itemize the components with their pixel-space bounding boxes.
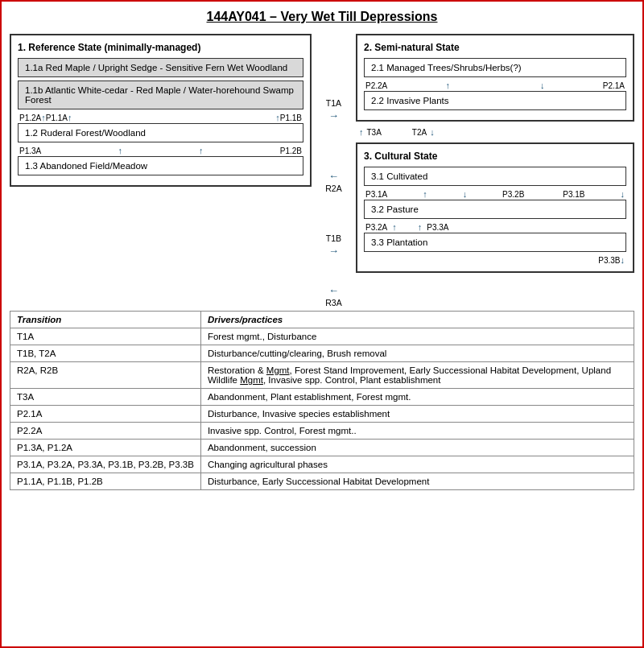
transition-cell: T1B, T2A — [10, 345, 201, 362]
transitions-table: Transition Drivers/practices T1AForest m… — [10, 311, 634, 490]
p11b-label: P1.1B — [280, 114, 302, 122]
box-1-1a: 1.1a Red Maple / Upright Sedge - Sensiti… — [18, 58, 303, 77]
transition-cell: P2.2A — [10, 423, 201, 440]
p21a-label: P2.1A — [603, 81, 625, 90]
arrows-p1: P1.2A ↑ P1.1A ↑ ↑ P1.1B — [18, 113, 303, 122]
p12a-label: P1.2A — [19, 114, 41, 122]
box-3-3: 3.3 Plantation — [364, 233, 626, 252]
semi-natural-title: 2. Semi-natural State — [364, 42, 626, 53]
t1a-label: T1A — [326, 98, 341, 108]
arrows-p13: P1.3A ↑ ↑ P1.2B — [18, 146, 303, 155]
table-row: T3AAbandonment, Plant establishment, For… — [10, 389, 634, 406]
mid-transition-col: T1A → ← R2A T1B → ← R3A — [312, 34, 356, 307]
r3a-label: R3A — [325, 298, 341, 307]
table-row: R2A, R2BRestoration & Mgmt, Forest Stand… — [10, 362, 634, 389]
table-row: P1.1A, P1.1B, P1.2BDisturbance, Early Su… — [10, 473, 634, 490]
transition-cell: P2.1A — [10, 406, 201, 423]
drivers-cell: Disturbance/cutting/clearing, Brush remo… — [200, 345, 634, 362]
drivers-cell: Abandonment, Plant establishment, Forest… — [200, 389, 634, 406]
p31a-label: P3.1A — [365, 190, 387, 199]
reference-state-box: 1. Reference State (minimally-managed) 1… — [10, 34, 312, 187]
cultural-state-box: 3. Cultural State 3.1 Cultivated P3.1A ↑… — [356, 142, 634, 273]
transition-cell: T3A — [10, 389, 201, 406]
arr-up-3: ↑ — [118, 146, 122, 155]
arr-right-2: ↑ — [199, 146, 204, 155]
arr-dn-p32b: ↓ — [463, 189, 468, 199]
p33a-label: P3.3A — [427, 223, 448, 232]
reference-state-column: 1. Reference State (minimally-managed) 1… — [10, 34, 312, 187]
drivers-cell: Changing agricultural phases — [200, 456, 634, 473]
t3a-arr: ↑ — [359, 127, 364, 137]
table-row: T1B, T2ADisturbance/cutting/clearing, Br… — [10, 345, 634, 362]
col-header-drivers: Drivers/practices — [200, 312, 634, 328]
arr-up-p22: ↑ — [445, 80, 450, 90]
drivers-cell: Forest mgmt., Disturbance — [200, 328, 634, 345]
p31b-label: P3.1B — [563, 190, 584, 199]
box-1-3: 1.3 Abandoned Field/Meadow — [18, 156, 303, 175]
transition-cell: P3.1A, P3.2A, P3.3A, P3.1B, P3.2B, P3.3B — [10, 456, 201, 473]
semi-natural-state-box: 2. Semi-natural State 2.1 Managed Trees/… — [356, 34, 634, 122]
r2a-label: R2A — [325, 184, 341, 193]
t1b-arrow-r: → — [328, 245, 339, 257]
t3a-t2a-arrows: ↑ T3A T2A ↓ — [359, 127, 634, 137]
page-title: 144AY041 – Very Wet Till Depressions — [10, 10, 634, 24]
diagram-area: 1. Reference State (minimally-managed) 1… — [10, 34, 634, 307]
table-row: P2.1ADisturbance, Invasive species estab… — [10, 406, 634, 423]
p12b-label: P1.2B — [280, 147, 302, 155]
drivers-cell: Disturbance, Early Successional Habitat … — [200, 473, 634, 490]
t1a-arrow-r: → — [328, 109, 339, 122]
p11a-label: P1.1A — [46, 114, 68, 122]
drivers-cell: Invasive spp. Control, Forest mgmt.. — [200, 423, 634, 440]
box-1-2: 1.2 Ruderal Forest/Woodland — [18, 123, 303, 142]
transition-cell: P1.1A, P1.1B, P1.2B — [10, 473, 201, 490]
transition-cell: R2A, R2B — [10, 362, 201, 389]
p22a-label: P2.2A — [365, 81, 387, 90]
box-3-2: 3.2 Pasture — [364, 200, 626, 219]
r2a-arrow-l: ← — [328, 170, 339, 182]
r3a-arrow-l: ← — [328, 284, 339, 296]
drivers-cell: Abandonment, succession — [200, 440, 634, 456]
cultural-arrows-2: P3.2A ↑ ↑ P3.3A — [364, 222, 626, 232]
cultural-arrows-3: P3.3B ↓ — [364, 255, 626, 265]
box-1-1b: 1.1b Atlantic White-cedar - Red Maple / … — [18, 80, 303, 109]
cultural-title: 3. Cultural State — [364, 151, 626, 162]
table-row: T1AForest mgmt., Disturbance — [10, 328, 634, 345]
drivers-cell: Restoration & Mgmt, Forest Stand Improve… — [200, 362, 634, 389]
p32a-label: P3.2A — [365, 223, 387, 232]
t3a-label: T3A — [367, 128, 382, 137]
semi-inner-arrows: P2.2A ↑ ↓ P2.1A — [364, 80, 626, 90]
p13a-label: P1.3A — [19, 147, 41, 155]
arr-up-2: ↑ — [68, 113, 72, 122]
box-2-2: 2.2 Invasive Plants — [364, 91, 626, 110]
reference-state-title: 1. Reference State (minimally-managed) — [18, 42, 303, 53]
drivers-cell: Disturbance, Invasive species establishm… — [200, 406, 634, 423]
box-3-1: 3.1 Cultivated — [364, 167, 626, 186]
arr-dn-p21: ↓ — [540, 80, 545, 90]
box-2-1: 2.1 Managed Trees/Shrubs/Herbs(?) — [364, 58, 626, 77]
p32b-label: P3.2B — [502, 190, 524, 199]
right-col: 2. Semi-natural State 2.1 Managed Trees/… — [356, 34, 634, 273]
table-row: P2.2AInvasive spp. Control, Forest mgmt.… — [10, 423, 634, 440]
table-row: P1.3A, P1.2AAbandonment, succession — [10, 440, 634, 456]
transition-cell: T1A — [10, 328, 201, 345]
t1b-label: T1B — [326, 233, 341, 243]
t2a-label: T2A — [412, 128, 427, 137]
p33b-label: P3.3B — [598, 256, 620, 265]
table-row: P3.1A, P3.2A, P3.3A, P3.1B, P3.2B, P3.3B… — [10, 456, 634, 473]
transition-cell: P1.3A, P1.2A — [10, 440, 201, 456]
t2a-arr: ↓ — [430, 127, 435, 137]
col-header-transition: Transition — [10, 312, 201, 328]
cultural-arrows-1: P3.1A ↑ ↓ P3.2B P3.1B ↓ — [364, 189, 626, 199]
